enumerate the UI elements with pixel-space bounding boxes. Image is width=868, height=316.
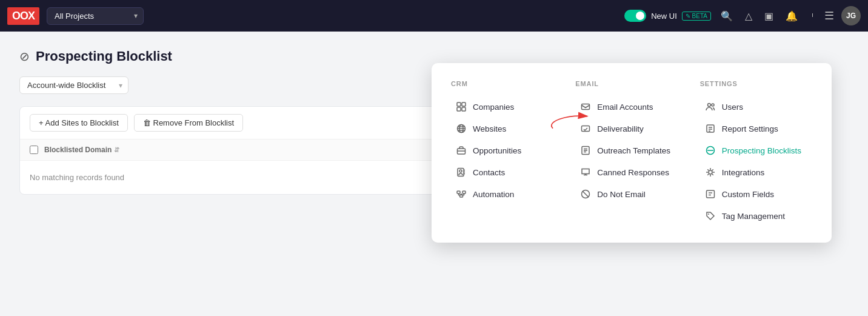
integrations-icon [705,167,716,178]
pulse-icon[interactable]: 𞴁 [807,8,817,24]
select-all-checkbox[interactable] [30,146,38,154]
globe-icon [456,123,467,134]
remove-from-blocklist-button[interactable]: 🗑 Remove From Blocklist [134,114,243,132]
beta-badge: ✎ BETA [682,12,711,21]
menu-item-users-label: Users [722,103,743,112]
column-header-domain: Blocklisted Domain ⇵ [44,146,119,154]
svg-rect-1 [462,103,466,106]
tags-icon [705,210,716,221]
svg-rect-2 [457,107,461,111]
app-logo: OOX [7,7,39,25]
crm-menu-items: Companies Websites [451,97,563,204]
grid-icon [456,101,467,112]
new-ui-toggle-switch[interactable] [624,10,646,22]
filter-dropdown-wrapper: Account-wide Blocklist Personal Blocklis… [19,76,129,94]
main-content: ⊘ Prospecting Blocklist Account-wide Blo… [0,32,868,212]
envelope-icon [580,101,591,112]
blocklist-filter-select[interactable]: Account-wide Blocklist Personal Blocklis… [19,76,129,94]
blocklist-card: + Add Sites to Blocklist 🗑 Remove From B… [19,106,456,195]
menu-item-custom-fields[interactable]: Custom Fields [700,184,812,204]
menu-item-deliverability-label: Deliverability [597,124,644,133]
menu-item-contacts[interactable]: Contacts [451,163,563,182]
new-ui-label: New UI [651,12,677,21]
menu-item-websites[interactable]: Websites [451,119,563,138]
donotmail-icon [580,189,591,200]
mega-menu: CRM Companies Websit [432,63,832,243]
empty-state-message: No matching records found [20,161,455,194]
svg-rect-38 [706,190,714,198]
menu-item-companies-label: Companies [473,103,514,112]
blocklist-icon [705,145,716,156]
crm-section: CRM Companies Websit [451,80,563,226]
template-icon [580,145,591,156]
menu-item-tag-management-label: Tag Management [722,212,785,221]
svg-point-41 [708,213,709,215]
svg-point-15 [459,170,462,172]
svg-rect-3 [462,107,466,111]
menu-item-email-accounts[interactable]: Email Accounts [575,97,687,116]
hamburger-icon[interactable]: ☰ [824,9,834,22]
menu-item-report-settings-label: Report Settings [722,124,778,133]
menu-item-canned-responses[interactable]: Canned Responses [575,163,687,182]
menu-item-users[interactable]: Users [700,97,812,116]
page-title-row: ⊘ Prospecting Blocklist [19,49,849,64]
menu-item-deliverability[interactable]: Deliverability [575,119,687,138]
table-header: Blocklisted Domain ⇵ [20,140,455,161]
menu-item-automation[interactable]: Automation [451,184,563,204]
search-icon[interactable]: 🔍 [718,8,735,24]
crm-section-title: CRM [451,80,563,87]
menu-item-outreach-templates-label: Outreach Templates [597,146,670,155]
svg-rect-17 [462,191,466,193]
new-ui-toggle-group: New UI ✎ BETA [624,10,711,22]
menu-item-tag-management[interactable]: Tag Management [700,206,812,226]
menu-item-prospecting-blocklists[interactable]: Prospecting Blocklists [700,141,812,160]
menu-item-canned-responses-label: Canned Responses [597,168,669,177]
svg-point-29 [707,104,710,107]
svg-point-37 [709,170,712,174]
briefcase-icon [456,145,467,156]
top-navigation: OOX All Projects Project A Project B New… [0,0,868,32]
report-icon [705,123,716,134]
canned-icon [580,167,591,178]
alert-icon[interactable]: △ [743,8,755,24]
project-select[interactable]: All Projects Project A Project B [47,7,144,25]
email-section-title: EMAIL [575,80,687,87]
page-title: Prospecting Blocklist [36,49,172,64]
email-menu-items: Email Accounts Deliverability [575,97,687,204]
checklist-icon[interactable]: ▣ [762,8,776,24]
menu-item-custom-fields-label: Custom Fields [722,190,774,199]
svg-line-28 [583,191,589,197]
users-icon [705,101,716,112]
svg-rect-20 [582,126,590,132]
menu-item-opportunities[interactable]: Opportunities [451,141,563,160]
block-icon: ⊘ [19,49,30,64]
menu-item-companies[interactable]: Companies [451,97,563,116]
customfields-icon [705,189,716,200]
menu-item-email-accounts-label: Email Accounts [597,103,653,112]
automation-icon [456,189,467,200]
menu-item-contacts-label: Contacts [473,168,505,177]
menu-item-do-not-email[interactable]: Do Not Email [575,184,687,204]
svg-rect-16 [457,191,460,193]
email-section: EMAIL Email Accounts [575,80,687,226]
menu-item-integrations-label: Integrations [722,168,765,177]
sort-icon: ⇵ [114,146,119,154]
menu-item-do-not-email-label: Do Not Email [597,190,646,199]
menu-item-report-settings[interactable]: Report Settings [700,119,812,138]
contacts-icon [456,167,467,178]
project-select-wrapper: All Projects Project A Project B [47,7,144,25]
bell-icon[interactable]: 🔔 [783,8,800,24]
settings-menu-items: Users Report Settings [700,97,812,226]
menu-item-prospecting-blocklists-label: Prospecting Blocklists [722,146,801,155]
menu-item-websites-label: Websites [473,124,506,133]
menu-item-automation-label: Automation [473,190,514,199]
settings-section: SETTINGS Users Repor [700,80,812,226]
menu-item-outreach-templates[interactable]: Outreach Templates [575,141,687,160]
menu-item-opportunities-label: Opportunities [473,146,521,155]
svg-rect-0 [457,103,461,106]
svg-rect-19 [582,104,590,110]
menu-item-integrations[interactable]: Integrations [700,163,812,182]
user-avatar[interactable]: JG [841,6,861,25]
settings-section-title: SETTINGS [700,80,812,87]
add-sites-button[interactable]: + Add Sites to Blocklist [30,114,128,132]
